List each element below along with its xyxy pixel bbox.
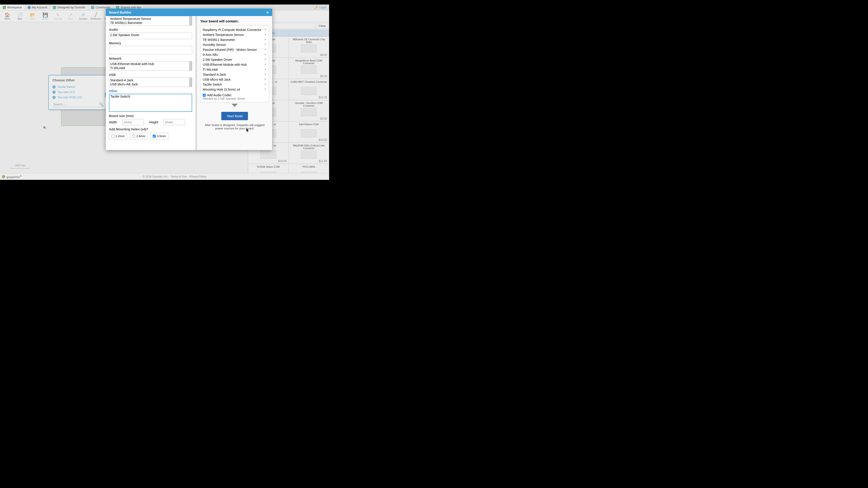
sensors-select[interactable]: Ambient Temperature Sensor TE MS5611 Bar… bbox=[109, 16, 192, 26]
remove-item-button[interactable]: ✕ bbox=[264, 38, 267, 41]
remove-item-button[interactable]: ✕ bbox=[264, 58, 267, 61]
list-item[interactable]: Ambient Temperature Sensor bbox=[110, 17, 191, 21]
remove-item-button[interactable]: ✕ bbox=[264, 63, 267, 66]
usb-label: USB bbox=[109, 73, 192, 76]
contain-item: TE MS5611 Barometer✕ bbox=[203, 37, 267, 42]
network-select[interactable]: USB-Ethernet Module with Hub TI WiLink8 bbox=[109, 61, 192, 71]
height-input[interactable] bbox=[164, 119, 185, 125]
dialog-titlebar: Board Builder ✕ bbox=[106, 8, 272, 16]
height-label: Height bbox=[149, 121, 158, 124]
hole-22[interactable]: 2.2mm bbox=[109, 133, 127, 139]
add-codec-checkbox[interactable] bbox=[203, 94, 206, 97]
scrollbar[interactable] bbox=[189, 16, 192, 25]
audio-label: Audio bbox=[109, 28, 192, 31]
text-cursor bbox=[130, 95, 130, 98]
remove-item-button[interactable]: ✕ bbox=[264, 83, 267, 86]
holes-label: Add Mounting Holes (x4)? bbox=[109, 127, 192, 131]
needed-note: Needed by 2.5W Speaker Driver bbox=[203, 97, 267, 100]
dialog-right-panel: Your board will contain: Raspberry Pi Co… bbox=[197, 16, 272, 150]
board-builder-dialog: Board Builder ✕ Ambient Temperature Sens… bbox=[106, 8, 272, 150]
width-input[interactable] bbox=[123, 119, 144, 125]
network-label: Network bbox=[109, 57, 192, 60]
dialog-title-text: Board Builder bbox=[109, 10, 131, 14]
contain-item: Standard-A Jack✕ bbox=[203, 72, 267, 77]
hole-29[interactable]: 2.9mm bbox=[130, 133, 148, 139]
design-note: After board is designed, Geppetto will s… bbox=[200, 123, 269, 130]
contain-item: Humidity Sensor✕ bbox=[203, 42, 267, 47]
remove-item-button[interactable]: ✕ bbox=[264, 43, 267, 46]
contain-item: Ambient Temperature Sensor✕ bbox=[203, 32, 267, 37]
contain-item: Passive Infrared (PiR) - Motion Sensor✕ bbox=[203, 47, 267, 52]
scrollbar[interactable] bbox=[189, 78, 192, 87]
contain-item: USB-Ethernet Module with Hub✕ bbox=[203, 62, 267, 67]
remove-item-button[interactable]: ✕ bbox=[264, 33, 267, 36]
list-item[interactable]: TE MS5611 Barometer bbox=[110, 21, 191, 25]
list-item[interactable]: TI WiLink8 bbox=[110, 66, 191, 70]
remove-item-button[interactable]: ✕ bbox=[264, 53, 267, 56]
contain-item: TI WiLink8✕ bbox=[203, 67, 267, 72]
list-item[interactable]: Standard-A Jack bbox=[110, 78, 191, 82]
hole-35[interactable]: 3.5mm bbox=[150, 133, 168, 139]
remove-item-button[interactable]: ✕ bbox=[264, 88, 267, 91]
memory-label: Memory bbox=[109, 41, 192, 45]
remove-item-button[interactable]: ✕ bbox=[264, 48, 267, 51]
start-build-button[interactable]: Start Build bbox=[221, 112, 248, 120]
memory-select[interactable] bbox=[109, 46, 192, 55]
audio-select[interactable]: 2.5W Speaker Driver bbox=[109, 32, 192, 39]
dialog-left-panel: Ambient Temperature Sensor TE MS5611 Bar… bbox=[106, 16, 195, 150]
remove-item-button[interactable]: ✕ bbox=[264, 78, 267, 81]
contain-item: USB Micro-AB Jack✕ bbox=[203, 77, 267, 82]
list-item[interactable]: 2.5W Speaker Driver bbox=[110, 33, 191, 37]
contain-list: Raspberry Pi Compute Module Connector✕Am… bbox=[200, 25, 269, 102]
usb-select[interactable]: Standard-A Jack USB Micro-AB Jack bbox=[109, 77, 192, 87]
width-label: Width bbox=[109, 121, 117, 124]
contain-header: Your board will contain: bbox=[200, 19, 269, 23]
remove-item-button[interactable]: ✕ bbox=[264, 68, 267, 71]
remove-item-button[interactable]: ✕ bbox=[264, 28, 267, 31]
other-select[interactable]: Tactile Switch bbox=[109, 94, 192, 112]
contain-item: 2.5W Speaker Driver✕ bbox=[203, 57, 267, 62]
list-item[interactable]: USB-Ethernet Module with Hub bbox=[110, 62, 191, 66]
boardsize-label: Board size (mm) bbox=[109, 114, 192, 118]
list-item[interactable]: Tactile Switch bbox=[110, 95, 129, 98]
contain-item: Mounting Hole (3.5mm) x4✕ bbox=[203, 87, 267, 92]
arrow-down-icon bbox=[231, 104, 238, 110]
other-label: Other bbox=[109, 89, 192, 93]
list-item[interactable]: USB Micro-AB Jack bbox=[110, 82, 191, 86]
contain-item: Tactile Switch✕ bbox=[203, 82, 267, 87]
dialog-divider bbox=[195, 16, 197, 150]
scrollbar[interactable] bbox=[189, 61, 192, 70]
dialog-close-button[interactable]: ✕ bbox=[266, 11, 269, 14]
remove-item-button[interactable]: ✕ bbox=[264, 73, 267, 76]
contain-item: 9-Axis IMU✕ bbox=[203, 52, 267, 57]
contain-item: Raspberry Pi Compute Module Connector✕ bbox=[203, 27, 267, 32]
